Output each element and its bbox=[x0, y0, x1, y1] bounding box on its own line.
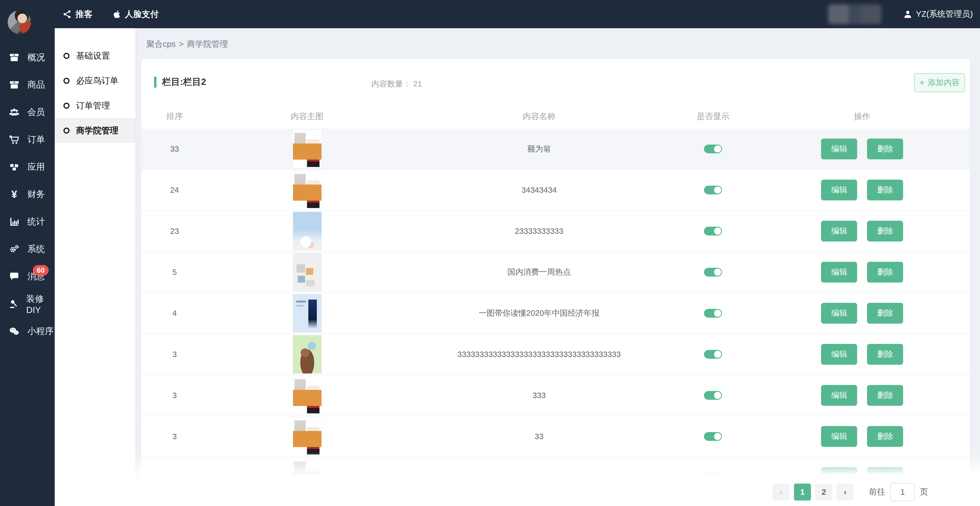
visible-toggle[interactable] bbox=[704, 391, 722, 400]
edit-button[interactable]: 编辑 bbox=[821, 385, 857, 406]
pagination-page-2[interactable]: 2 bbox=[815, 484, 832, 501]
delete-button[interactable]: 删除 bbox=[867, 426, 903, 447]
content-card: 栏目:栏目2 内容数量： 21 + 添加内容 排序 内容主图 内容名称 是否显示… bbox=[142, 59, 970, 506]
edit-button[interactable]: 编辑 bbox=[821, 262, 857, 283]
nav-tuike-label: 推客 bbox=[75, 8, 92, 20]
sidebar-item-messages[interactable]: 消息 60 bbox=[0, 263, 55, 290]
breadcrumb-parent[interactable]: 聚合cps bbox=[146, 40, 176, 48]
finance-yen-icon: ¥ bbox=[8, 188, 20, 200]
redacted-blur-block bbox=[828, 5, 881, 24]
pagination-prev-button[interactable]: ‹ bbox=[773, 484, 789, 501]
content-count-value: 21 bbox=[413, 80, 422, 88]
table-row: 23 23333333333 编辑 删除 bbox=[142, 211, 970, 252]
delete-button[interactable]: 删除 bbox=[867, 262, 903, 283]
submenu-item-order-management[interactable]: 订单管理 bbox=[55, 93, 135, 118]
delete-button[interactable]: 删除 bbox=[867, 344, 903, 365]
delete-button[interactable]: 删除 bbox=[867, 180, 903, 200]
submenu: 基础设置 必应鸟订单 订单管理 商学院管理 bbox=[55, 28, 135, 506]
goto-label: 前往 bbox=[869, 486, 885, 498]
delete-button[interactable]: 删除 bbox=[867, 385, 903, 406]
members-icon bbox=[8, 107, 20, 118]
cell-name: 3333333333333333333333333333333333333 bbox=[407, 350, 672, 359]
edit-button[interactable]: 编辑 bbox=[821, 344, 857, 365]
sidebar-item-miniprogram[interactable]: 小程序 bbox=[0, 318, 55, 345]
avatar[interactable] bbox=[8, 10, 31, 34]
miniprogram-wechat-icon bbox=[8, 326, 20, 337]
content-thumbnail bbox=[293, 130, 321, 168]
breadcrumb-separator: > bbox=[179, 40, 184, 48]
table-header-row: 排序 内容主图 内容名称 是否显示 操作 bbox=[142, 104, 970, 129]
messages-badge: 60 bbox=[33, 265, 49, 275]
visible-toggle[interactable] bbox=[704, 145, 722, 153]
content-thumbnail bbox=[293, 253, 321, 291]
goto-page-input[interactable] bbox=[890, 483, 915, 501]
col-header-image: 内容主图 bbox=[208, 111, 407, 122]
nav-face-pay-label: 人脸支付 bbox=[125, 8, 159, 20]
edit-button[interactable]: 编辑 bbox=[821, 139, 857, 160]
col-header-name: 内容名称 bbox=[407, 111, 672, 122]
sidebar-item-finance[interactable]: ¥ 财务 bbox=[0, 181, 55, 208]
content-thumbnail bbox=[293, 376, 321, 415]
sidebar-item-label: 会员 bbox=[27, 106, 45, 118]
sidebar-item-members[interactable]: 会员 bbox=[0, 99, 55, 126]
sidebar-item-goods[interactable]: 商品 bbox=[0, 71, 55, 99]
edit-button[interactable]: 编辑 bbox=[821, 221, 857, 241]
visible-toggle[interactable] bbox=[704, 350, 722, 359]
page-unit-label: 页 bbox=[920, 486, 928, 498]
orders-cart-icon bbox=[8, 134, 20, 145]
content-count-label: 内容数量： bbox=[371, 80, 411, 88]
user-label: YZ(系统管理员) bbox=[916, 8, 973, 20]
sidebar-item-apps[interactable]: 应用 bbox=[0, 153, 55, 181]
system-gears-icon bbox=[8, 244, 20, 255]
stats-chart-icon bbox=[8, 216, 20, 227]
visible-toggle[interactable] bbox=[704, 309, 722, 318]
col-header-visible: 是否显示 bbox=[672, 111, 754, 122]
sidebar-item-label: 小程序 bbox=[27, 325, 54, 337]
edit-button[interactable]: 编辑 bbox=[821, 180, 857, 200]
submenu-item-business-school[interactable]: 商学院管理 bbox=[55, 118, 135, 143]
topbar-nav: 推客 人脸支付 bbox=[62, 8, 159, 20]
nav-face-pay[interactable]: 人脸支付 bbox=[111, 8, 159, 20]
breadcrumb: 聚合cps>商学院管理 bbox=[146, 38, 228, 50]
diy-gavel-icon bbox=[8, 298, 19, 310]
visible-toggle[interactable] bbox=[704, 432, 722, 441]
cell-sort: 33 bbox=[142, 145, 208, 153]
sidebar-item-diy[interactable]: 装修DIY bbox=[0, 290, 55, 318]
sidebar-item-system[interactable]: 系统 bbox=[0, 235, 55, 263]
submenu-item-basic-settings[interactable]: 基础设置 bbox=[55, 43, 135, 68]
submenu-item-bingbird-orders[interactable]: 必应鸟订单 bbox=[55, 68, 135, 93]
cell-sort: 24 bbox=[142, 186, 208, 195]
user-menu[interactable]: YZ(系统管理员) bbox=[903, 8, 973, 20]
table-row: 24 34343434 编辑 删除 bbox=[142, 170, 970, 211]
circle-icon bbox=[64, 53, 70, 59]
cell-sort: 3 bbox=[142, 391, 208, 400]
sidebar-item-label: 应用 bbox=[27, 161, 45, 173]
pagination-next-button[interactable]: › bbox=[837, 484, 854, 501]
sidebar-item-overview[interactable]: 概况 bbox=[0, 44, 55, 71]
edit-button[interactable]: 编辑 bbox=[821, 426, 857, 447]
cell-name: 一图带你读懂2020年中国经济年报 bbox=[407, 308, 672, 319]
edit-button[interactable]: 编辑 bbox=[821, 303, 857, 324]
content-table: 排序 内容主图 内容名称 是否显示 操作 33 额为翁 编辑 删除 24 343… bbox=[142, 104, 970, 506]
visible-toggle[interactable] bbox=[704, 268, 722, 276]
sidebar: 概况 商品 会员 订单 应用 ¥ 财务 统计 系统 bbox=[0, 0, 55, 506]
delete-button[interactable]: 删除 bbox=[867, 139, 903, 160]
visible-toggle[interactable] bbox=[704, 227, 722, 235]
content-thumbnail bbox=[293, 417, 321, 456]
add-content-label: 添加内容 bbox=[928, 77, 959, 88]
visible-toggle[interactable] bbox=[704, 186, 722, 195]
main-area: 聚合cps>商学院管理 栏目:栏目2 内容数量： 21 + 添加内容 排序 内容… bbox=[135, 28, 980, 506]
pagination-page-1[interactable]: 1 bbox=[794, 484, 811, 501]
table-row: 3 33 编辑 删除 bbox=[142, 416, 970, 457]
nav-tuike[interactable]: 推客 bbox=[62, 8, 92, 20]
content-thumbnail bbox=[293, 171, 321, 209]
delete-button[interactable]: 删除 bbox=[867, 221, 903, 241]
table-row: 4 一图带你读懂2020年中国经济年报 编辑 删除 bbox=[142, 293, 970, 334]
delete-button[interactable]: 删除 bbox=[867, 303, 903, 324]
sidebar-item-label: 概况 bbox=[27, 51, 45, 64]
sidebar-item-orders[interactable]: 订单 bbox=[0, 126, 55, 153]
sidebar-item-stats[interactable]: 统计 bbox=[0, 208, 55, 235]
sidebar-item-label: 财务 bbox=[27, 188, 45, 200]
add-content-button[interactable]: + 添加内容 bbox=[914, 73, 965, 92]
content-count: 内容数量： 21 bbox=[371, 78, 422, 89]
